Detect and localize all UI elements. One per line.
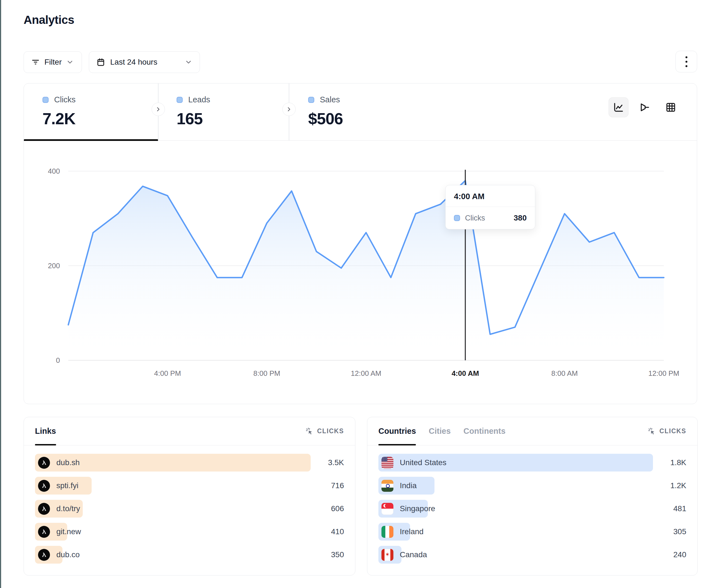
kebab-menu-icon [686, 56, 687, 67]
tab-continents[interactable]: Continents [464, 417, 505, 445]
link-row-value: 716 [331, 477, 344, 495]
dub-logo-icon [38, 480, 50, 492]
country-row[interactable]: India1.2K [379, 477, 686, 495]
tab-sales[interactable]: Sales $506 [308, 84, 343, 140]
link-row[interactable]: spti.fyi716 [35, 477, 344, 495]
leads-legend-swatch [177, 97, 183, 103]
clicks-tab-value: 7.2K [42, 109, 76, 128]
country-row-value: 481 [673, 500, 686, 518]
date-range-button[interactable]: Last 24 hours [89, 51, 200, 73]
expand-clicks-chevron-button[interactable] [152, 103, 165, 116]
sg-flag-icon [382, 503, 393, 515]
table-view-button[interactable] [661, 97, 681, 117]
more-options-button[interactable] [675, 51, 697, 72]
country-row-label: Canada [400, 550, 427, 559]
cities-tab-label: Cities [429, 427, 451, 436]
cursor-click-icon [305, 427, 314, 435]
dub-logo-icon [38, 503, 50, 515]
link-row-value: 606 [331, 500, 344, 518]
chevron-down-icon [185, 58, 192, 66]
table-view-icon [665, 101, 676, 113]
y-axis-label-400: 400 [48, 167, 60, 175]
chart-view-toggles [608, 97, 681, 117]
x-axis-label: 8:00 PM [254, 369, 280, 378]
country-row-value: 240 [673, 546, 686, 564]
chart-tooltip: 4:00 AM Clicks 380 [445, 185, 535, 229]
tooltip-time: 4:00 AM [446, 185, 535, 207]
leads-tab-label: Leads [188, 95, 210, 104]
tooltip-metric-value: 380 [514, 213, 527, 222]
links-panel: Links CLICKS dub.sh3.5Kspti.fyi716d.to/t… [24, 417, 356, 575]
leads-tab-value: 165 [177, 109, 210, 128]
page-edge-accent [0, 0, 1, 588]
link-row[interactable]: git.new410 [35, 523, 344, 541]
link-row-label: dub.sh [56, 458, 80, 467]
us-flag-icon [382, 457, 393, 469]
calendar-icon [96, 58, 105, 67]
link-row-label: spti.fyi [56, 481, 78, 490]
country-row[interactable]: United States1.8K [379, 454, 686, 472]
chevron-right-icon [155, 106, 161, 113]
clicks-legend-swatch [42, 97, 48, 103]
link-row[interactable]: d.to/try606 [35, 500, 344, 518]
countries-list: United States1.8KIndia1.2KSingapore481Ir… [379, 454, 686, 569]
x-axis-label: 12:00 PM [648, 369, 679, 378]
sales-tab-label: Sales [320, 95, 340, 104]
links-tab-label: Links [35, 427, 56, 436]
dub-logo-icon [38, 549, 50, 561]
tab-clicks[interactable]: Clicks 7.2K [42, 84, 76, 140]
links-panel-header: Links CLICKS [24, 417, 355, 446]
country-row-value: 305 [673, 523, 686, 541]
countries-tab-label: Countries [379, 427, 416, 436]
page-title: Analytics [24, 13, 74, 27]
tooltip-legend-swatch [454, 215, 460, 221]
dub-logo-icon [38, 457, 50, 469]
line-chart-view-button[interactable] [608, 97, 628, 117]
y-axis-label-0: 0 [56, 356, 60, 364]
sales-tab-value: $506 [308, 109, 343, 128]
geo-panel-header: Countries Cities Continents CLICKS [367, 417, 697, 446]
country-row[interactable]: Canada240 [379, 546, 686, 564]
tab-leads[interactable]: Leads 165 [177, 84, 210, 140]
cursor-click-icon [648, 427, 656, 435]
x-axis-label: 4:00 PM [154, 369, 181, 378]
filter-button[interactable]: Filter [24, 51, 82, 73]
filter-lines-icon [31, 58, 40, 67]
links-metric-selector[interactable]: CLICKS [305, 427, 344, 435]
expand-leads-chevron-button[interactable] [282, 103, 296, 116]
country-row-label: India [400, 481, 417, 490]
geo-panel: Countries Cities Continents CLICKS Unite… [367, 417, 698, 575]
tab-cities[interactable]: Cities [429, 417, 451, 445]
clicks-area-chart[interactable]: 02004004:00 PM8:00 PM12:00 AM4:00 AM8:00… [24, 141, 697, 404]
ie-flag-icon [382, 526, 393, 538]
y-axis-label-200: 200 [48, 262, 60, 270]
link-row-value: 410 [331, 523, 344, 541]
funnel-view-icon [639, 101, 650, 113]
country-row[interactable]: Ireland305 [379, 523, 686, 541]
tab-countries[interactable]: Countries [379, 417, 416, 445]
link-row-label: d.to/try [56, 504, 80, 513]
link-row-label: git.new [56, 527, 81, 536]
country-row-label: Singapore [400, 504, 435, 513]
filter-button-label: Filter [44, 58, 62, 67]
ca-flag-icon [382, 549, 393, 561]
link-row[interactable]: dub.sh3.5K [35, 454, 344, 472]
tooltip-metric-label: Clicks [465, 214, 509, 222]
chevron-right-icon [286, 106, 292, 113]
date-range-label: Last 24 hours [110, 58, 157, 67]
link-row-value: 3.5K [328, 454, 344, 472]
x-axis-label: 12:00 AM [351, 369, 382, 378]
funnel-view-button[interactable] [635, 97, 655, 117]
country-row[interactable]: Singapore481 [379, 500, 686, 518]
geo-metric-label: CLICKS [659, 427, 686, 435]
line-chart-icon [613, 101, 624, 113]
geo-metric-selector[interactable]: CLICKS [648, 427, 686, 435]
metric-tabs-row: Clicks 7.2K Leads 165 Sales $506 [24, 84, 697, 141]
dub-logo-icon [38, 526, 50, 538]
country-row-value: 1.8K [670, 454, 686, 472]
links-metric-label: CLICKS [317, 427, 344, 435]
link-row[interactable]: dub.co350 [35, 546, 344, 564]
chart-canvas[interactable]: 02004004:00 PM8:00 PM12:00 AM4:00 AM8:00… [24, 141, 697, 404]
tab-links[interactable]: Links [35, 417, 56, 445]
chevron-down-icon [66, 58, 74, 66]
